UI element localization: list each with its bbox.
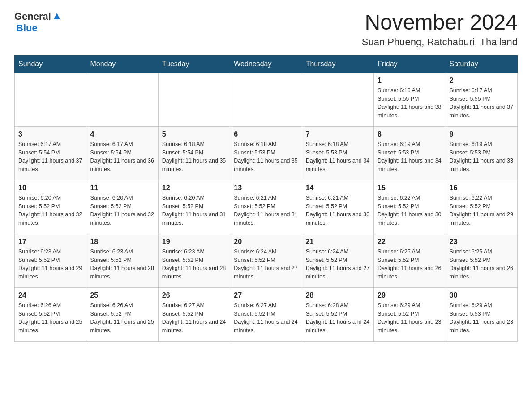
day-number: 26 bbox=[162, 291, 226, 300]
calendar-header-row: Sunday Monday Tuesday Wednesday Thursday… bbox=[15, 55, 518, 73]
month-title: November 2024 bbox=[362, 11, 518, 34]
calendar-cell-0-2 bbox=[158, 73, 230, 126]
day-number: 14 bbox=[306, 184, 370, 192]
day-number: 6 bbox=[234, 130, 298, 138]
calendar-cell-4-0: 24Sunrise: 6:26 AMSunset: 5:52 PMDayligh… bbox=[15, 287, 86, 341]
day-number: 5 bbox=[162, 130, 226, 138]
day-info: Sunrise: 6:18 AMSunset: 5:53 PMDaylight:… bbox=[234, 140, 298, 174]
calendar-cell-4-2: 26Sunrise: 6:27 AMSunset: 5:52 PMDayligh… bbox=[158, 287, 230, 341]
header-saturday: Saturday bbox=[446, 55, 517, 73]
day-number: 25 bbox=[90, 291, 154, 300]
day-info: Sunrise: 6:27 AMSunset: 5:52 PMDaylight:… bbox=[162, 301, 226, 335]
day-info: Sunrise: 6:23 AMSunset: 5:52 PMDaylight:… bbox=[162, 248, 226, 281]
svg-marker-0 bbox=[54, 13, 60, 19]
calendar-cell-0-5: 1Sunrise: 6:16 AMSunset: 5:55 PMDaylight… bbox=[374, 73, 446, 126]
day-number: 8 bbox=[378, 130, 442, 138]
location-title: Suan Phueng, Ratchaburi, Thailand bbox=[362, 36, 518, 48]
day-info: Sunrise: 6:27 AMSunset: 5:52 PMDaylight:… bbox=[234, 301, 298, 335]
header-monday: Monday bbox=[86, 55, 158, 73]
calendar-week-4: 24Sunrise: 6:26 AMSunset: 5:52 PMDayligh… bbox=[15, 287, 518, 341]
header-sunday: Sunday bbox=[15, 55, 86, 73]
day-info: Sunrise: 6:21 AMSunset: 5:52 PMDaylight:… bbox=[306, 194, 370, 227]
header-wednesday: Wednesday bbox=[230, 55, 302, 73]
calendar-cell-2-1: 11Sunrise: 6:20 AMSunset: 5:52 PMDayligh… bbox=[86, 180, 158, 234]
calendar-cell-4-3: 27Sunrise: 6:27 AMSunset: 5:52 PMDayligh… bbox=[230, 287, 302, 341]
calendar-cell-3-4: 21Sunrise: 6:24 AMSunset: 5:52 PMDayligh… bbox=[302, 234, 373, 287]
day-info: Sunrise: 6:22 AMSunset: 5:52 PMDaylight:… bbox=[378, 194, 442, 227]
day-info: Sunrise: 6:17 AMSunset: 5:55 PMDaylight:… bbox=[450, 86, 514, 120]
calendar-cell-3-5: 22Sunrise: 6:25 AMSunset: 5:52 PMDayligh… bbox=[374, 234, 446, 287]
day-info: Sunrise: 6:22 AMSunset: 5:52 PMDaylight:… bbox=[450, 194, 514, 227]
logo-triangle-icon bbox=[52, 11, 62, 21]
logo: General Blue bbox=[14, 11, 62, 34]
day-number: 1 bbox=[378, 77, 442, 85]
day-number: 10 bbox=[18, 184, 82, 192]
day-info: Sunrise: 6:18 AMSunset: 5:53 PMDaylight:… bbox=[306, 140, 370, 174]
day-info: Sunrise: 6:20 AMSunset: 5:52 PMDaylight:… bbox=[162, 194, 226, 227]
calendar-cell-2-2: 12Sunrise: 6:20 AMSunset: 5:52 PMDayligh… bbox=[158, 180, 230, 234]
day-info: Sunrise: 6:23 AMSunset: 5:52 PMDaylight:… bbox=[18, 248, 82, 281]
day-number: 22 bbox=[378, 238, 442, 246]
day-number: 4 bbox=[90, 130, 154, 138]
day-number: 9 bbox=[450, 130, 514, 138]
calendar-cell-0-3 bbox=[230, 73, 302, 126]
calendar-week-1: 3Sunrise: 6:17 AMSunset: 5:54 PMDaylight… bbox=[15, 126, 518, 180]
day-number: 29 bbox=[378, 291, 442, 300]
day-info: Sunrise: 6:18 AMSunset: 5:54 PMDaylight:… bbox=[162, 140, 226, 174]
day-info: Sunrise: 6:26 AMSunset: 5:52 PMDaylight:… bbox=[90, 301, 154, 335]
calendar-cell-4-4: 28Sunrise: 6:28 AMSunset: 5:52 PMDayligh… bbox=[302, 287, 373, 341]
day-number: 17 bbox=[18, 238, 82, 246]
day-number: 13 bbox=[234, 184, 298, 192]
logo-general-text: General bbox=[14, 11, 51, 22]
calendar-cell-2-3: 13Sunrise: 6:21 AMSunset: 5:52 PMDayligh… bbox=[230, 180, 302, 234]
calendar-cell-0-1 bbox=[86, 73, 158, 126]
day-info: Sunrise: 6:24 AMSunset: 5:52 PMDaylight:… bbox=[234, 248, 298, 281]
day-number: 2 bbox=[450, 77, 514, 85]
calendar-week-2: 10Sunrise: 6:20 AMSunset: 5:52 PMDayligh… bbox=[15, 180, 518, 234]
calendar-week-0: 1Sunrise: 6:16 AMSunset: 5:55 PMDaylight… bbox=[15, 73, 518, 126]
day-info: Sunrise: 6:17 AMSunset: 5:54 PMDaylight:… bbox=[90, 140, 154, 174]
day-number: 11 bbox=[90, 184, 154, 192]
day-number: 30 bbox=[450, 291, 514, 300]
day-number: 19 bbox=[162, 238, 226, 246]
page-header: General Blue November 2024 Suan Phueng, … bbox=[14, 11, 518, 48]
day-info: Sunrise: 6:19 AMSunset: 5:53 PMDaylight:… bbox=[378, 140, 442, 174]
day-number: 15 bbox=[378, 184, 442, 192]
calendar-cell-1-6: 9Sunrise: 6:19 AMSunset: 5:53 PMDaylight… bbox=[446, 126, 517, 180]
day-number: 18 bbox=[90, 238, 154, 246]
day-info: Sunrise: 6:23 AMSunset: 5:52 PMDaylight:… bbox=[90, 248, 154, 281]
calendar-cell-2-0: 10Sunrise: 6:20 AMSunset: 5:52 PMDayligh… bbox=[15, 180, 86, 234]
calendar-cell-1-1: 4Sunrise: 6:17 AMSunset: 5:54 PMDaylight… bbox=[86, 126, 158, 180]
day-number: 20 bbox=[234, 238, 298, 246]
header-tuesday: Tuesday bbox=[158, 55, 230, 73]
calendar-cell-1-4: 7Sunrise: 6:18 AMSunset: 5:53 PMDaylight… bbox=[302, 126, 373, 180]
day-number: 12 bbox=[162, 184, 226, 192]
calendar-cell-3-2: 19Sunrise: 6:23 AMSunset: 5:52 PMDayligh… bbox=[158, 234, 230, 287]
day-number: 23 bbox=[450, 238, 514, 246]
day-number: 21 bbox=[306, 238, 370, 246]
calendar-cell-3-3: 20Sunrise: 6:24 AMSunset: 5:52 PMDayligh… bbox=[230, 234, 302, 287]
calendar-week-3: 17Sunrise: 6:23 AMSunset: 5:52 PMDayligh… bbox=[15, 234, 518, 287]
day-number: 28 bbox=[306, 291, 370, 300]
calendar-cell-3-6: 23Sunrise: 6:25 AMSunset: 5:52 PMDayligh… bbox=[446, 234, 517, 287]
day-info: Sunrise: 6:19 AMSunset: 5:53 PMDaylight:… bbox=[450, 140, 514, 174]
day-number: 7 bbox=[306, 130, 370, 138]
day-number: 27 bbox=[234, 291, 298, 300]
day-info: Sunrise: 6:29 AMSunset: 5:53 PMDaylight:… bbox=[450, 301, 514, 335]
day-info: Sunrise: 6:26 AMSunset: 5:52 PMDaylight:… bbox=[18, 301, 82, 335]
calendar-cell-1-3: 6Sunrise: 6:18 AMSunset: 5:53 PMDaylight… bbox=[230, 126, 302, 180]
day-info: Sunrise: 6:20 AMSunset: 5:52 PMDaylight:… bbox=[90, 194, 154, 227]
day-info: Sunrise: 6:17 AMSunset: 5:54 PMDaylight:… bbox=[18, 140, 82, 174]
calendar-cell-1-2: 5Sunrise: 6:18 AMSunset: 5:54 PMDaylight… bbox=[158, 126, 230, 180]
day-info: Sunrise: 6:20 AMSunset: 5:52 PMDaylight:… bbox=[18, 194, 82, 227]
day-number: 16 bbox=[450, 184, 514, 192]
calendar-cell-4-5: 29Sunrise: 6:29 AMSunset: 5:52 PMDayligh… bbox=[374, 287, 446, 341]
calendar-cell-1-0: 3Sunrise: 6:17 AMSunset: 5:54 PMDaylight… bbox=[15, 126, 86, 180]
calendar-table: Sunday Monday Tuesday Wednesday Thursday… bbox=[14, 55, 518, 342]
calendar-cell-1-5: 8Sunrise: 6:19 AMSunset: 5:53 PMDaylight… bbox=[374, 126, 446, 180]
day-info: Sunrise: 6:29 AMSunset: 5:52 PMDaylight:… bbox=[378, 301, 442, 335]
calendar-cell-0-6: 2Sunrise: 6:17 AMSunset: 5:55 PMDaylight… bbox=[446, 73, 517, 126]
day-info: Sunrise: 6:16 AMSunset: 5:55 PMDaylight:… bbox=[378, 86, 442, 120]
day-number: 24 bbox=[18, 291, 82, 300]
calendar-cell-0-4 bbox=[302, 73, 373, 126]
